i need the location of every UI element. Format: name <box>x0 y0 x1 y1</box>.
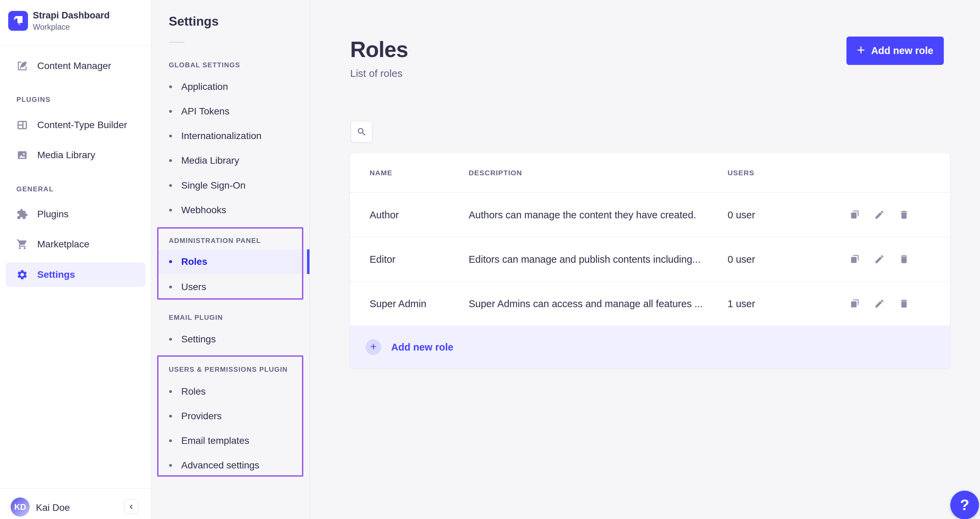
row-actions <box>850 193 909 237</box>
subnav-item-label: Providers <box>181 411 222 422</box>
subnav-item-label: API Tokens <box>181 106 229 117</box>
subnav-item-single-sign-on[interactable]: • Single Sign-On <box>169 173 246 198</box>
bullet-icon: • <box>169 82 172 92</box>
duplicate-icon[interactable] <box>850 254 860 264</box>
sidebar-item-media-library[interactable]: Media Library <box>6 143 145 167</box>
role-description: Super Admins can access and manage all f… <box>469 298 703 309</box>
strapi-logo-icon <box>8 11 28 31</box>
duplicate-icon[interactable] <box>850 209 860 220</box>
media-library-icon <box>16 149 28 161</box>
role-users-count: 1 user <box>727 298 755 309</box>
content-type-builder-icon <box>16 119 28 131</box>
delete-icon[interactable] <box>899 209 909 220</box>
subnav-item-label: Settings <box>181 334 216 345</box>
subnav-item-webhooks[interactable]: • Webhooks <box>169 198 226 223</box>
sidebar-item-plugins[interactable]: Plugins <box>6 202 145 226</box>
subnav-section-global-settings: GLOBAL SETTINGS <box>169 61 240 69</box>
subnav-section-email-plugin: EMAIL PLUGIN <box>169 314 223 322</box>
column-header-description: DESCRIPTION <box>469 169 522 177</box>
row-actions <box>850 282 909 326</box>
subnav-section-users-permissions: USERS & PERMISSIONS PLUGIN <box>169 366 288 373</box>
sidebar-item-label: Plugins <box>37 209 68 220</box>
collapse-sidebar-button[interactable]: ‹ <box>124 500 138 514</box>
sidebar-item-settings[interactable]: Settings <box>6 263 145 287</box>
subnav-item-admin-roles[interactable]: • Roles <box>169 250 207 274</box>
table-row-super-admin[interactable]: Super Admin Super Admins can access and … <box>350 282 950 326</box>
subnav-item-label: Application <box>181 81 228 92</box>
chevron-left-icon: ‹ <box>129 500 133 512</box>
subnav-item-up-roles[interactable]: • Roles <box>169 379 206 404</box>
bullet-icon: • <box>169 411 172 421</box>
add-new-role-label: Add new role <box>871 45 933 56</box>
subnav-item-internationalization[interactable]: • Internationalization <box>169 124 262 148</box>
delete-icon[interactable] <box>899 298 909 309</box>
strapi-dashboard-screen: Strapi Dashboard Workplace Content Manag… <box>0 0 980 519</box>
sidebar-item-content-manager[interactable]: Content Manager <box>6 54 145 78</box>
column-header-users: USERS <box>727 169 754 177</box>
role-description: Editors can manage and publish contents … <box>469 253 701 265</box>
role-users-count: 0 user <box>727 209 755 220</box>
subnav-item-label: Internationalization <box>181 131 262 142</box>
subnav-item-media-library[interactable]: • Media Library <box>169 148 239 173</box>
table-row-editor[interactable]: Editor Editors can manage and publish co… <box>350 237 950 282</box>
role-name: Super Admin <box>369 298 426 309</box>
bullet-icon: • <box>169 205 172 215</box>
role-name: Author <box>369 209 399 220</box>
help-button[interactable]: ? <box>950 490 979 519</box>
workspace-name: Workplace <box>33 22 70 32</box>
subnav-title-divider <box>169 42 185 43</box>
main-sidebar: Strapi Dashboard Workplace Content Manag… <box>0 0 151 519</box>
table-footer-add-role[interactable]: + Add new role <box>350 326 950 368</box>
question-mark-icon: ? <box>960 497 969 514</box>
bullet-icon: • <box>169 156 172 166</box>
sidebar-item-label: Content-Type Builder <box>37 119 127 131</box>
duplicate-icon[interactable] <box>850 298 860 309</box>
avatar[interactable]: KD <box>11 497 30 517</box>
delete-icon[interactable] <box>899 254 909 264</box>
search-icon <box>356 127 367 137</box>
sidebar-item-label: Settings <box>37 269 75 280</box>
subnav-item-label: Roles <box>181 386 206 397</box>
edit-icon[interactable] <box>874 254 885 264</box>
edit-icon[interactable] <box>874 209 885 220</box>
sidebar-section-plugins: PLUGINS <box>16 96 51 103</box>
role-users-count: 0 user <box>727 253 755 265</box>
search-button[interactable] <box>351 121 372 142</box>
sidebar-item-content-type-builder[interactable]: Content-Type Builder <box>6 113 145 137</box>
subnav-item-email-templates[interactable]: • Email templates <box>169 428 249 453</box>
subnav-item-label: Single Sign-On <box>181 180 246 191</box>
app-title: Strapi Dashboard <box>33 10 110 21</box>
subnav-item-application[interactable]: • Application <box>169 75 228 99</box>
edit-icon[interactable] <box>874 298 885 309</box>
subnav-section-administration-panel: ADMINISTRATION PANEL <box>169 237 261 245</box>
subnav-item-label: Roles <box>181 256 207 267</box>
plus-circle-icon: + <box>366 339 381 355</box>
subnav-item-admin-users[interactable]: • Users <box>169 275 206 299</box>
plus-icon: + <box>370 340 377 353</box>
bullet-icon: • <box>169 256 172 267</box>
subnav-item-providers[interactable]: • Providers <box>169 404 222 428</box>
bullet-icon: • <box>169 180 172 191</box>
bullet-icon: • <box>169 106 172 116</box>
sidebar-item-label: Content Manager <box>37 60 111 72</box>
subnav-item-email-settings[interactable]: • Settings <box>169 327 216 352</box>
footer-add-role-label: Add new role <box>391 342 453 353</box>
bullet-icon: • <box>169 387 172 397</box>
bullet-icon: • <box>169 460 172 470</box>
puzzle-icon <box>16 209 28 220</box>
plus-icon: + <box>857 42 865 58</box>
subnav-item-advanced-settings[interactable]: • Advanced settings <box>169 453 259 478</box>
add-new-role-button[interactable]: + Add new role <box>846 37 944 65</box>
page-title: Roles <box>350 37 408 62</box>
sidebar-item-marketplace[interactable]: Marketplace <box>6 232 145 256</box>
subnav-item-api-tokens[interactable]: • API Tokens <box>169 99 229 124</box>
table-row-author[interactable]: Author Authors can manage the content th… <box>350 193 950 237</box>
bullet-icon: • <box>169 131 172 141</box>
bullet-icon: • <box>169 436 172 446</box>
role-description: Authors can manage the content they have… <box>469 209 696 220</box>
cart-icon <box>16 239 28 250</box>
role-name: Editor <box>369 253 396 265</box>
subnav-item-label: Media Library <box>181 155 239 166</box>
bullet-icon: • <box>169 282 172 292</box>
workspace-brand[interactable]: Strapi Dashboard Workplace <box>0 0 151 45</box>
